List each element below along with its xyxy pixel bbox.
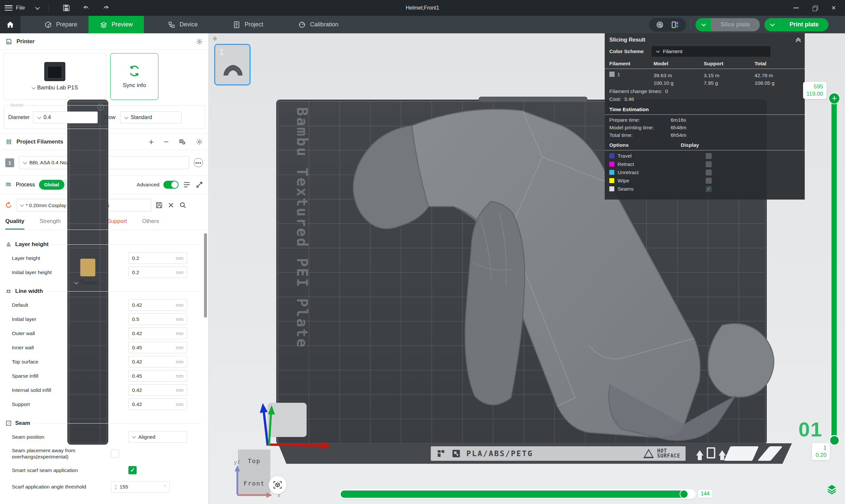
arrange-layout-icon[interactable] bbox=[671, 20, 679, 29]
minimize-button[interactable] bbox=[793, 7, 799, 8]
smart-scarf-checkbox[interactable]: ✓ bbox=[128, 466, 137, 474]
filament-settings-gear-icon[interactable] bbox=[196, 138, 203, 145]
compare-presets-icon[interactable] bbox=[195, 180, 204, 189]
tab-calibration[interactable]: Calibration bbox=[287, 16, 350, 33]
filament-more-options-button[interactable]: ••• bbox=[194, 158, 203, 167]
tab-others[interactable]: Others bbox=[142, 218, 159, 230]
close-button[interactable]: × bbox=[831, 4, 836, 12]
diameter-select[interactable]: 0.4 bbox=[33, 111, 98, 123]
remove-filament-button[interactable]: − bbox=[164, 138, 169, 146]
seam-position-select[interactable]: Aligned bbox=[128, 431, 187, 443]
sync-info-button[interactable]: Sync info bbox=[110, 53, 158, 100]
model-hand-support bbox=[465, 201, 525, 405]
undo-icon[interactable] bbox=[82, 4, 90, 12]
line-width-top-surface-input[interactable]: 0.42mm bbox=[128, 356, 187, 367]
printer-settings-gear-icon[interactable] bbox=[196, 38, 203, 45]
line-width-sparse-infill-input[interactable]: 0.45mm bbox=[128, 370, 187, 382]
fit-view-button[interactable] bbox=[269, 476, 286, 494]
layer-slider-add-handle[interactable]: + bbox=[828, 93, 840, 104]
tab-device[interactable]: Device bbox=[156, 16, 209, 33]
nozzle-group: Nozzle Diameter 0.4 Flow Standard bbox=[4, 105, 205, 129]
settings-list-icon[interactable] bbox=[182, 180, 191, 189]
color-scheme-select[interactable]: Filament bbox=[652, 46, 770, 57]
line-width-support-input[interactable]: 0.42mm bbox=[128, 398, 187, 410]
segment-slider[interactable] bbox=[339, 489, 696, 499]
printer-card[interactable]: Bambu Lab P1S bbox=[3, 53, 106, 100]
calibration-target-icon[interactable] bbox=[655, 20, 664, 29]
options-header: OptionsDisplay bbox=[605, 139, 805, 150]
plate-thumbnail[interactable]: 1 bbox=[214, 44, 250, 86]
line-width-internal-solid-input[interactable]: 0.42mm bbox=[128, 384, 187, 396]
tab-project[interactable]: Project bbox=[222, 16, 274, 33]
option-travel: Travel bbox=[605, 152, 805, 160]
plate-index-label: 01 bbox=[798, 418, 823, 441]
travel-display-checkbox[interactable] bbox=[706, 153, 712, 159]
slice-dropdown-button[interactable] bbox=[696, 18, 711, 31]
tab-home[interactable] bbox=[0, 16, 20, 33]
unretract-display-checkbox[interactable] bbox=[706, 169, 712, 176]
reset-preset-icon[interactable] bbox=[5, 201, 13, 209]
filament-change-times: Filament change times: 0 bbox=[605, 87, 805, 95]
tab-support[interactable]: Support bbox=[107, 218, 127, 230]
file-menu-chevron-icon[interactable] bbox=[35, 5, 40, 10]
scrollbar[interactable] bbox=[204, 233, 207, 318]
scope-global-button[interactable]: Global bbox=[39, 180, 64, 190]
tab-strength[interactable]: Strength bbox=[40, 218, 61, 230]
main-tab-bar: Prepare Preview Device Project Calibrati… bbox=[0, 16, 845, 33]
filament-swatch bbox=[609, 72, 615, 77]
tab-prepare[interactable]: Prepare bbox=[33, 16, 88, 33]
viewport-3d[interactable]: ‹|› 1 Bambu Textured PEI Plate bbox=[209, 33, 845, 504]
line-width-default-input[interactable]: 0.42mm bbox=[128, 299, 187, 311]
param-row: Initial layer height 0.2mm bbox=[5, 265, 201, 280]
time-estimation-title: Time Estimation bbox=[605, 103, 805, 115]
sync-info-label: Sync info bbox=[123, 82, 146, 89]
search-settings-icon[interactable] bbox=[179, 201, 187, 209]
print-dropdown-button[interactable] bbox=[764, 18, 780, 31]
color-scheme-label: Color Scheme bbox=[609, 49, 644, 54]
wipe-display-checkbox[interactable] bbox=[706, 178, 712, 184]
layers-icon[interactable] bbox=[826, 483, 838, 495]
line-width-inner-wall-input[interactable]: 0.45mm bbox=[128, 342, 187, 353]
filament-sync-ams-icon[interactable] bbox=[179, 138, 186, 145]
filament-color-badge[interactable]: 1 bbox=[5, 158, 14, 167]
slicing-result-panel: Slicing Result Color Scheme Filament Fil… bbox=[605, 33, 805, 200]
layer-slider[interactable] bbox=[831, 99, 837, 441]
tab-calibration-label: Calibration bbox=[310, 21, 338, 28]
save-preset-icon[interactable] bbox=[155, 201, 163, 209]
slice-plate-button[interactable]: Slice plate bbox=[711, 18, 760, 31]
orientation-gizmo[interactable]: Top Front y z x bbox=[226, 450, 295, 499]
seam-placement-checkbox[interactable] bbox=[111, 450, 119, 458]
file-menu[interactable]: File bbox=[5, 5, 25, 11]
print-plate-button[interactable]: Print plate bbox=[780, 18, 828, 31]
filaments-section-title: Project Filaments bbox=[17, 139, 64, 145]
layer-slider-bottom-tooltip: 10.20 bbox=[812, 443, 830, 460]
segment-slider-handle[interactable] bbox=[680, 490, 688, 498]
collapse-panel-button[interactable] bbox=[796, 38, 800, 41]
initial-layer-height-input[interactable]: 0.2mm bbox=[128, 267, 187, 278]
layer-slider-handle[interactable] bbox=[829, 435, 840, 446]
layer-height-input[interactable]: 0.2mm bbox=[128, 252, 187, 264]
plate-handle-cutout bbox=[724, 446, 759, 461]
line-width-outer-wall-input[interactable]: 0.42mm bbox=[128, 327, 187, 339]
retract-display-checkbox[interactable] bbox=[706, 161, 712, 167]
tab-preview[interactable]: Preview bbox=[88, 16, 144, 33]
flow-select[interactable]: Standard bbox=[120, 111, 181, 123]
plate-list-collapse-icon[interactable]: ‹|› bbox=[213, 35, 216, 41]
line-width-initial-input[interactable]: 0.5mm bbox=[128, 313, 187, 325]
tab-quality[interactable]: Quality bbox=[5, 218, 24, 230]
spinner-arrows[interactable]: ∧∨ bbox=[115, 484, 117, 490]
project-icon bbox=[233, 21, 241, 29]
add-filament-button[interactable]: + bbox=[149, 138, 154, 146]
restore-button[interactable] bbox=[813, 6, 817, 11]
delete-preset-icon[interactable] bbox=[167, 201, 175, 209]
slicing-result-title: Slicing Result bbox=[609, 37, 645, 43]
save-icon[interactable] bbox=[62, 4, 71, 12]
redo-icon[interactable] bbox=[102, 4, 110, 12]
process-section-title: Process bbox=[16, 182, 35, 188]
advanced-toggle[interactable] bbox=[163, 181, 179, 189]
seams-display-checkbox[interactable]: ✓ bbox=[706, 186, 712, 192]
scarf-angle-spinner[interactable]: ∧∨ 155 ° bbox=[111, 481, 170, 493]
param-row: Layer height 0.2mm bbox=[5, 251, 201, 265]
retract-swatch bbox=[609, 162, 614, 166]
nozzle-legend: Nozzle bbox=[8, 103, 25, 108]
